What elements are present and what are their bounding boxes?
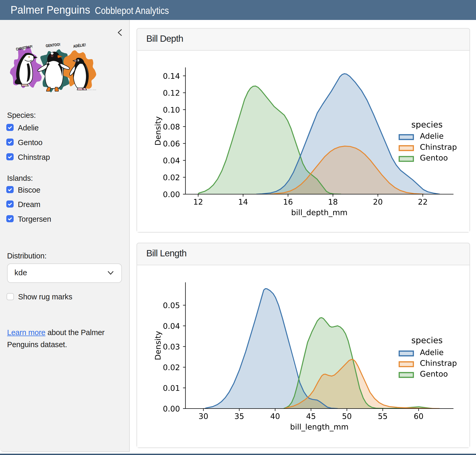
svg-text:allison_horst: allison_horst: [87, 89, 96, 91]
svg-text:ADÉLIE!: ADÉLIE!: [73, 42, 86, 49]
svg-text:GENTOO!: GENTOO!: [46, 42, 61, 48]
